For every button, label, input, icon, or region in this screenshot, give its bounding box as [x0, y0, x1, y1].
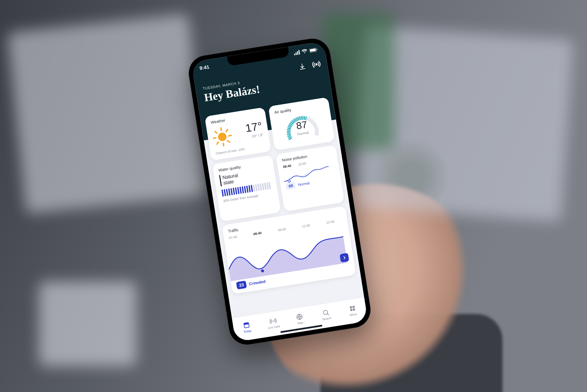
- cards-grid: Weather 17°: [204, 97, 360, 319]
- noise-card[interactable]: Noise pollution 08:4010:40 68 Normal: [276, 145, 345, 212]
- traffic-time: 12:40: [326, 219, 334, 224]
- svg-line-23: [302, 116, 303, 119]
- traffic-time: 09:40: [278, 227, 286, 232]
- svg-point-46: [323, 310, 328, 315]
- tab-label: Menu: [349, 312, 357, 317]
- svg-line-35: [315, 128, 318, 129]
- svg-rect-1: [310, 48, 316, 52]
- svg-line-38: [315, 133, 318, 134]
- svg-line-9: [287, 131, 290, 132]
- svg-line-26: [307, 117, 308, 120]
- svg-rect-47: [350, 306, 352, 308]
- tab-label: Live Data: [267, 324, 280, 330]
- traffic-value-badge: 23: [236, 281, 247, 289]
- noise-time: 08:40: [283, 164, 292, 169]
- tab-label: Search: [322, 316, 332, 321]
- tab-label: Map: [297, 321, 304, 325]
- traffic-time: 11:40: [302, 223, 310, 228]
- svg-line-7: [287, 134, 290, 135]
- weather-card[interactable]: Weather 17°: [204, 107, 271, 161]
- svg-line-34: [315, 126, 318, 127]
- battery-icon: [309, 47, 318, 53]
- traffic-chart: [226, 231, 347, 281]
- tab-search[interactable]: Search: [316, 307, 337, 322]
- traffic-time: 08:40: [253, 231, 262, 236]
- tab-map[interactable]: Map: [289, 312, 310, 326]
- noise-time: 10:40: [298, 162, 307, 166]
- air-quality-card[interactable]: Air quality 87 Normal: [268, 97, 335, 150]
- svg-rect-49: [350, 308, 352, 311]
- globe-icon: [295, 313, 304, 321]
- temperature-value: 17°: [244, 120, 263, 135]
- download-icon: [298, 62, 306, 71]
- traffic-more-button[interactable]: [340, 253, 349, 263]
- today-icon: [242, 321, 251, 329]
- tab-today[interactable]: Today: [236, 320, 257, 334]
- chevron-right-icon: [342, 255, 347, 260]
- svg-line-4: [289, 138, 292, 139]
- svg-point-3: [316, 64, 317, 65]
- svg-point-40: [288, 180, 291, 182]
- status-time: 9:41: [199, 64, 210, 71]
- traffic-card[interactable]: Traffic 07:4008:4009:4011:4012:40 23 Cro…: [222, 206, 356, 294]
- svg-rect-48: [352, 306, 355, 308]
- svg-line-5: [288, 137, 291, 138]
- svg-line-37: [316, 131, 319, 132]
- svg-line-33: [314, 125, 317, 126]
- svg-line-36: [315, 130, 318, 130]
- svg-line-21: [299, 117, 300, 120]
- signal-icon: [294, 50, 300, 56]
- svg-point-44: [272, 320, 274, 321]
- svg-line-32: [313, 124, 316, 125]
- svg-line-39: [315, 134, 318, 135]
- svg-line-8: [287, 133, 290, 133]
- svg-rect-2: [317, 48, 318, 50]
- svg-line-10: [287, 129, 290, 130]
- search-icon: [322, 308, 330, 317]
- air-quality-value: 87: [295, 119, 308, 132]
- water-quality-accent-bar: [219, 175, 222, 187]
- svg-line-6: [288, 136, 291, 137]
- broadcast-icon: [269, 317, 277, 325]
- traffic-time: 07:40: [229, 235, 237, 240]
- water-quality-card[interactable]: Water quality Natural state 30% better t…: [212, 155, 281, 222]
- sun-icon: [212, 126, 233, 147]
- svg-line-12: [288, 126, 291, 128]
- svg-line-20: [298, 117, 299, 120]
- svg-line-11: [288, 127, 291, 129]
- svg-line-22: [301, 116, 302, 119]
- tab-live[interactable]: Live Data: [263, 316, 284, 330]
- tab-label: Today: [243, 329, 252, 333]
- grid-icon: [348, 304, 356, 312]
- tab-menu[interactable]: Menu: [342, 303, 363, 318]
- traffic-status: Crowded: [249, 279, 266, 286]
- svg-rect-50: [353, 308, 355, 310]
- wifi-icon: [301, 49, 308, 54]
